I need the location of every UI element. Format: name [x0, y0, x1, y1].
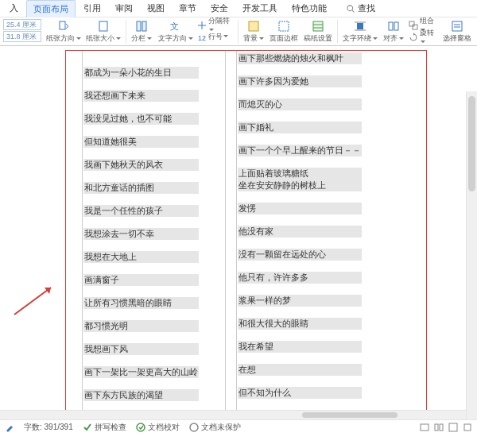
view-mode-icon[interactable] [448, 423, 458, 432]
text-column-left: 都成为一朵小花的生日我还想画下未来我没见过她，也不可能但知道她很美我画下她秋天的… [83, 52, 199, 434]
text-line[interactable]: 他只有，许许多多 [238, 272, 362, 284]
text-line[interactable]: 在想 [238, 364, 362, 376]
breaks-button[interactable]: 分隔符 [196, 19, 235, 31]
line-numbers-button[interactable]: 12行号 [196, 31, 235, 43]
text-line[interactable]: 画下一架比一架更高大的山岭 [83, 366, 199, 378]
text-line[interactable]: 坐在安安静静的树枝上 [238, 180, 362, 191]
text-line[interactable]: 我是一个任性的孩子 [83, 205, 199, 217]
align-button[interactable]: 对齐 [381, 19, 407, 44]
svg-point-25 [137, 423, 145, 431]
page-width-input[interactable]: 25.4 厘米 [3, 19, 41, 30]
text-line[interactable]: 我没见过她，也不可能 [83, 113, 199, 125]
separator [126, 20, 126, 44]
text-line[interactable]: 但知道她很美 [83, 136, 199, 148]
orientation-button[interactable]: 纸张方向 [44, 19, 83, 44]
text-line[interactable]: 都习惯光明 [83, 320, 199, 332]
search-button[interactable]: 查找 [339, 0, 382, 17]
text-direction-button[interactable]: 文 文字方向 [156, 19, 196, 44]
horizontal-scroll-thumb[interactable] [302, 412, 398, 418]
view-mode-icon[interactable] [434, 423, 444, 432]
text-line[interactable]: 我还想画下未来 [83, 90, 199, 102]
text-line[interactable]: 画满窗子 [83, 274, 199, 286]
text-line[interactable]: 他没有家 [238, 226, 362, 238]
tab-devtools[interactable]: 开发工具 [236, 0, 284, 17]
text-line[interactable]: 画下那些燃烧的烛火和枫叶 [238, 52, 362, 64]
doc-protect[interactable]: 文档未保护 [189, 422, 241, 433]
svg-rect-8 [249, 21, 258, 31]
text-line[interactable]: 发愣 [238, 203, 362, 214]
text-line[interactable]: 我画下她秋天的风衣 [83, 159, 199, 171]
text-line[interactable]: 让所有习惯黑暗的眼睛 [83, 297, 199, 309]
separator [337, 20, 338, 44]
page-height-input[interactable]: 31.8 厘米 [3, 31, 41, 42]
text-line[interactable]: 我想涂去一切不幸 [83, 228, 199, 240]
word-count[interactable]: 字数: 391/391 [24, 422, 73, 433]
tab-chapter[interactable]: 章节 [173, 0, 203, 17]
svg-point-26 [190, 423, 198, 431]
text-line[interactable]: 但不知为什么 [238, 387, 362, 399]
paper-setting-icon [312, 20, 324, 33]
document-page[interactable]: 都成为一朵小花的生日我还想画下未来我没见过她，也不可能但知道她很美我画下她秋天的… [65, 50, 427, 427]
text-line[interactable]: 画下一个个早上醒来的节日－－ [238, 145, 362, 156]
text-column-right: 画下那些燃烧的烛火和枫叶画下许多因为爱她而熄灭的心画下婚礼画下一个个早上醒来的节… [238, 52, 362, 433]
selection-pane-icon [451, 20, 463, 33]
text-line[interactable]: 上面贴着玻璃糖纸 [238, 168, 362, 180]
column-gap-line [236, 51, 237, 427]
text-line[interactable]: 没有一颗留在远处的心 [238, 249, 362, 261]
text-direction-icon: 文 [169, 20, 182, 33]
tab-view[interactable]: 视图 [141, 0, 171, 17]
text-line[interactable]: 画下许多因为爱她 [238, 75, 362, 87]
text-line[interactable]: 画下东方民族的渴望 [83, 389, 199, 401]
svg-rect-19 [413, 25, 417, 29]
svg-rect-27 [421, 424, 429, 431]
paper-setting-button[interactable]: 稿纸设置 [301, 19, 335, 44]
tab-insert[interactable]: 入 [3, 0, 25, 17]
group-rotate: 组合 旋转 [407, 19, 440, 43]
columns-button[interactable]: 分栏 [129, 19, 155, 44]
background-button[interactable]: 背景 [241, 19, 267, 44]
text-line[interactable]: 画下婚礼 [238, 122, 362, 133]
text-line[interactable]: 和北方童话的插图 [83, 182, 199, 194]
svg-rect-5 [142, 21, 146, 31]
pen-icon [5, 423, 14, 432]
svg-rect-17 [394, 22, 398, 30]
view-mode-icon[interactable] [420, 423, 429, 432]
document-canvas: 都成为一朵小花的生日我还想画下未来我没见过她，也不可能但知道她很美我画下她秋天的… [0, 46, 477, 434]
svg-rect-13 [357, 23, 363, 29]
horizontal-scrollbar[interactable] [0, 410, 466, 419]
spell-check[interactable]: 拼写检查 [83, 422, 126, 433]
tab-review[interactable]: 审阅 [109, 0, 139, 17]
svg-rect-16 [389, 22, 393, 30]
tab-features[interactable]: 特色功能 [285, 0, 333, 17]
page-border-icon [277, 20, 290, 33]
text-line[interactable]: 都成为一朵小花的生日 [83, 67, 199, 79]
paper-size-button[interactable]: 纸张大小 [84, 19, 124, 44]
tab-references[interactable]: 引用 [77, 0, 107, 17]
columns-icon [135, 20, 148, 33]
svg-line-1 [352, 10, 355, 12]
tab-page-layout[interactable]: 页面布局 [26, 0, 76, 17]
separator [238, 20, 238, 44]
proof-check[interactable]: 文档校对 [136, 422, 180, 433]
text-wrap-button[interactable]: 文字环绕 [340, 19, 380, 44]
text-line[interactable]: 我想在大地上 [83, 251, 199, 263]
svg-line-23 [14, 288, 51, 315]
paper-size-icon [97, 20, 110, 33]
page-border-button[interactable]: 页面边框 [267, 19, 301, 44]
background-icon [247, 20, 260, 33]
column-gap-line [225, 51, 226, 427]
tab-security[interactable]: 安全 [204, 0, 235, 17]
vertical-scroll-thumb[interactable] [468, 96, 475, 191]
text-line[interactable]: 浆果一样的梦 [238, 295, 362, 307]
svg-rect-3 [99, 21, 107, 31]
text-line[interactable]: 我在希望 [238, 341, 362, 353]
text-line[interactable]: 和很大很大的眼睛 [238, 318, 362, 330]
svg-rect-4 [137, 21, 141, 31]
text-wrap-icon [354, 20, 366, 33]
selection-pane-button[interactable]: 选择窗格 [440, 19, 474, 44]
text-line[interactable]: 我想画下风 [83, 343, 199, 355]
view-mode-icon[interactable] [463, 423, 472, 432]
margin-line [82, 51, 83, 427]
vertical-scrollbar[interactable] [466, 91, 477, 419]
text-line[interactable]: 而熄灭的心 [238, 98, 362, 110]
